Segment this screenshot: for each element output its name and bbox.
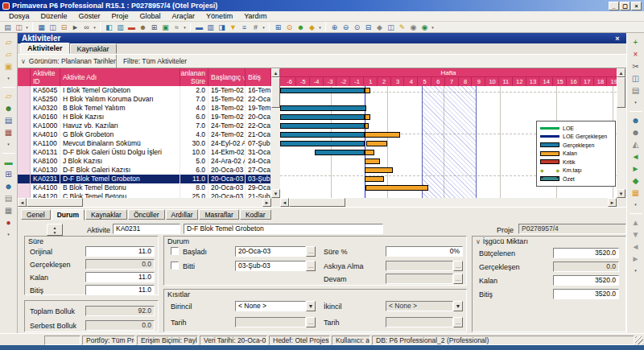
gantt-bar-actual[interactable]: [280, 88, 365, 93]
assign-pred-icon[interactable]: ◄: [630, 150, 642, 162]
scroll-thumb[interactable]: [27, 198, 83, 207]
menu-düzenle[interactable]: Düzenle: [35, 12, 73, 20]
row-indicator[interactable]: [18, 166, 31, 175]
documents-icon[interactable]: ▤: [2, 192, 15, 204]
move-down-icon[interactable]: ▼: [630, 229, 642, 240]
pointer-icon[interactable]: ►: [70, 23, 80, 32]
scroll-thumb[interactable]: [271, 77, 280, 108]
assign-role-icon[interactable]: ☻: [630, 126, 642, 138]
table-row[interactable]: KA0231D-F Blok Temel Grobeton11.020-Oca-…: [18, 175, 271, 183]
toolbar-overflow-icon[interactable]: ▾: [2, 72, 15, 84]
assignments-icon[interactable]: ☻: [2, 180, 15, 191]
activity-id-field[interactable]: KA0231: [113, 224, 180, 234]
wbs-view-icon[interactable]: ⊞: [2, 168, 15, 179]
globe-icon[interactable]: ◉: [408, 23, 419, 32]
toolbar-overflow-icon[interactable]: ▾: [25, 25, 29, 30]
toolbar-overflow-icon[interactable]: ▾: [630, 199, 642, 210]
gantt-bar-remaining[interactable]: [365, 167, 393, 173]
number-icon[interactable]: #: [250, 23, 261, 32]
details-tab-genel[interactable]: Genel: [21, 209, 51, 220]
details-tab-öncüller[interactable]: Öncüller: [128, 209, 165, 220]
diamond-icon[interactable]: ◆: [374, 23, 385, 32]
zoom-fit-icon[interactable]: ⊙: [352, 23, 362, 32]
gantt-bar-remaining[interactable]: [366, 141, 387, 146]
zoom-out-icon[interactable]: ⊖: [341, 23, 351, 32]
toolbar-overflow-icon[interactable]: ▾: [262, 25, 266, 30]
column-header-bas[interactable]: Başlangıç▽: [208, 68, 246, 86]
row-indicator[interactable]: [18, 95, 31, 104]
table-row[interactable]: KA0160H Blok Kazısı6.019-Tem-02 A20-Oca-…: [18, 113, 271, 121]
details-tab-masraflar[interactable]: Masraflar: [199, 209, 238, 220]
open-project-icon[interactable]: ▱: [2, 36, 15, 47]
toolbar-overflow-icon[interactable]: ▾: [2, 229, 15, 240]
help-globe-icon[interactable]: ◉: [419, 23, 430, 32]
table-row[interactable]: KA0131D-F Blok Galeri Üstü Dolgu İşleri1…: [18, 148, 271, 157]
gantt-bar-remaining[interactable]: [365, 159, 380, 164]
add-icon[interactable]: +: [630, 36, 642, 47]
row-indicator[interactable]: [18, 192, 31, 198]
menu-göster[interactable]: Göster: [73, 12, 106, 20]
resume-browse-button[interactable]: …: [453, 274, 463, 284]
group-sort-icon[interactable]: ≡: [239, 23, 250, 32]
activities-icon[interactable]: ▬: [2, 156, 15, 167]
gantt-v-scrollbar[interactable]: ▲▼: [617, 68, 625, 198]
gantt-bar-remaining[interactable]: [365, 132, 400, 138]
toolbar-overflow-icon[interactable]: ▾: [630, 265, 642, 276]
toolbar-overflow-icon[interactable]: ▾: [431, 25, 435, 30]
tab-aktiviteler[interactable]: Aktiviteler: [20, 43, 70, 54]
row-indicator[interactable]: [18, 148, 31, 157]
primary-constraint-dropdown-icon[interactable]: ▼: [306, 301, 316, 311]
table-row[interactable]: KA0320B Blok Temel Yalıtım4.018-Tem-02 A…: [18, 104, 271, 113]
gantt-bar-actual[interactable]: [280, 141, 365, 146]
table-v-scrollbar[interactable]: ▲▼: [271, 68, 280, 198]
move-right-icon[interactable]: ►: [630, 253, 642, 264]
gantt-bar-remaining[interactable]: [365, 185, 427, 191]
curves-icon[interactable]: ≈: [171, 23, 182, 32]
gantt-bar-actual[interactable]: [315, 150, 365, 155]
scroll-arrow-icon[interactable]: ►: [262, 198, 271, 207]
row-indicator[interactable]: [18, 113, 31, 121]
column-header-sure[interactable]: Planlanan Süre: [180, 68, 208, 86]
scroll-arrow-icon[interactable]: ◄: [280, 198, 289, 207]
details-tab-ardıllar[interactable]: Ardıllar: [166, 209, 199, 220]
assign-code-icon[interactable]: ◭: [630, 138, 642, 150]
move-left-icon[interactable]: ◄: [630, 241, 642, 252]
menu-yardım[interactable]: Yardım: [238, 12, 272, 20]
primary-constraint-select[interactable]: < None >: [235, 301, 306, 311]
activity-spinner[interactable]: ▲▼: [47, 224, 63, 236]
hsplit-icon[interactable]: ⊟: [363, 23, 374, 32]
relations-icon[interactable]: ⊞: [149, 23, 159, 32]
finished-checkbox[interactable]: [171, 261, 179, 270]
spreadsheet-icon[interactable]: ◨: [217, 23, 227, 32]
gantt-bar-actual[interactable]: [280, 123, 365, 129]
gantt-bar-remaining[interactable]: [365, 123, 369, 129]
assign-resource-icon[interactable]: ☻: [630, 114, 642, 126]
new-project-icon[interactable]: ▣: [2, 60, 15, 72]
field-bütçelenen[interactable]: 3520.0: [553, 248, 619, 258]
assign-step-icon[interactable]: ◆: [630, 175, 642, 186]
flag-icon[interactable]: ◆: [307, 23, 317, 32]
finished-date-browse-button[interactable]: …: [306, 261, 316, 271]
scroll-arrow-icon[interactable]: ◄: [18, 198, 27, 207]
assign-succ-icon[interactable]: ►: [630, 163, 642, 174]
table-row[interactable]: KA8100J Blok Kazısı5.024-Ara-02 A24-Oca-…: [18, 157, 271, 166]
toolbar-overflow-icon[interactable]: ▾: [93, 25, 97, 30]
gantt-view-icon[interactable]: ▬: [194, 23, 204, 32]
scroll-thumb[interactable]: [617, 77, 625, 108]
filter-bar[interactable]: Filtre: Tüm Aktiviteler: [116, 55, 541, 68]
scroll-arrow-icon[interactable]: ►: [608, 198, 617, 207]
toolbar-overflow-icon[interactable]: ▾: [183, 25, 187, 30]
filter-icon[interactable]: ▼: [228, 23, 238, 32]
field-kalan[interactable]: 3520.0: [553, 275, 619, 286]
menu-yönetim[interactable]: Yönetim: [200, 12, 238, 20]
table-row[interactable]: KA4010G Blok Grobeton4.024-Tem-02 A21-Oc…: [18, 130, 271, 139]
column-header-bit[interactable]: Bitiş: [246, 68, 271, 86]
table-row[interactable]: KA5250H Blok Yalıtım Koruma Duvarı7.015-…: [18, 95, 271, 104]
print-icon[interactable]: ▤: [2, 23, 13, 32]
row-indicator[interactable]: [18, 130, 31, 139]
field-orijinal[interactable]: 11.0: [85, 246, 155, 257]
projects-icon[interactable]: ▱: [2, 90, 15, 101]
gantt-bar-remaining[interactable]: [365, 176, 384, 182]
table-row[interactable]: KA1000Havuz vb. Kazıları7.024-Tem-02 A22…: [18, 121, 271, 130]
tracking-icon[interactable]: ▦: [2, 126, 15, 138]
